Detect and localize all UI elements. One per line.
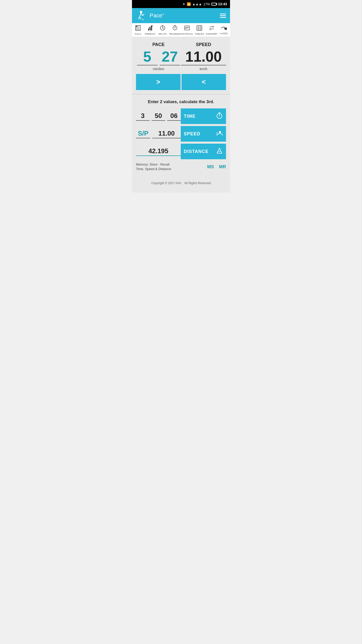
nav-item-tables[interactable]: TABLES	[193, 25, 206, 35]
svg-rect-19	[136, 29, 137, 30]
nav-item-training[interactable]: TRAINING	[169, 25, 181, 35]
pace-speed-header: PACE SPEED	[136, 42, 226, 47]
svg-rect-37	[197, 25, 202, 30]
laces-icon	[221, 26, 227, 31]
calc-speed: 11.00	[152, 130, 181, 138]
svg-line-30	[163, 28, 164, 28]
svg-text:+: +	[142, 18, 144, 21]
speed-value: 11.00	[185, 48, 222, 65]
pace-minutes-block: 5	[137, 49, 158, 65]
pace-minutes: 5	[143, 48, 151, 65]
memory-buttons: MS MR	[207, 164, 226, 170]
to-pace-button[interactable]: <	[182, 74, 226, 90]
time-minutes-block: 50	[152, 112, 165, 121]
convert-icon	[209, 25, 214, 32]
status-time: 13:43	[218, 2, 227, 6]
time-row: 3 50 06 TIME	[136, 108, 226, 124]
pace-label: PACE	[136, 42, 181, 47]
svg-rect-12	[137, 27, 138, 28]
app-header-left: + Pace+	[136, 10, 164, 21]
battery-icon	[211, 3, 216, 6]
calc-distance: 42.195	[136, 147, 181, 156]
nav-label-laces: LACES	[220, 32, 228, 35]
svg-point-47	[219, 131, 221, 133]
conversion-buttons: > <	[136, 74, 226, 90]
speed-button-label: SPEED	[184, 131, 200, 137]
speed-button-icon	[216, 130, 223, 138]
svg-rect-20	[137, 29, 138, 30]
time-button-label: TIME	[184, 114, 196, 119]
svg-rect-10	[139, 26, 140, 26]
distance-button[interactable]: DISTANCE	[181, 144, 226, 159]
calc-speed-block: 11.00	[152, 130, 181, 138]
predict-icon	[148, 25, 153, 32]
calc-distance-block: 42.195	[136, 147, 181, 156]
main-content: PACE SPEED 5 27 11.00 min/km km/h > <	[132, 37, 230, 192]
distance-input-area: 42.195	[136, 147, 181, 156]
nav-label-physical: PHYSICAL	[181, 33, 193, 35]
nav-bar: CALC PREDICT SPLITS	[132, 23, 230, 37]
nav-item-laces[interactable]: LACES	[218, 26, 230, 35]
nav-label-calc: CALC	[135, 33, 141, 35]
nav-item-convert[interactable]: CONVERT	[206, 25, 218, 35]
app-logo-icon: +	[136, 10, 147, 21]
nav-label-tables: TABLES	[195, 33, 204, 35]
speed-input-area: S/P 11.00	[136, 130, 181, 138]
speed-col: 11.00	[181, 49, 226, 65]
svg-rect-11	[136, 27, 137, 28]
copyright-text: Copyright © 2017 AvH.	[151, 181, 182, 185]
calc-section: Enter 2 values, calculate the 3rd. 3 50 …	[132, 94, 230, 176]
svg-rect-17	[138, 28, 139, 29]
nav-label-predict: PREDICT	[145, 33, 156, 35]
svg-rect-16	[137, 28, 138, 29]
svg-rect-25	[151, 26, 152, 30]
speed-button[interactable]: SPEED	[181, 126, 226, 142]
mr-button[interactable]: MR	[219, 164, 226, 170]
svg-rect-15	[136, 28, 137, 29]
nav-item-physical[interactable]: PHYSICAL	[181, 25, 193, 35]
nav-item-splits[interactable]: SPLITS	[157, 25, 169, 35]
wifi-icon: 📶	[187, 2, 191, 6]
memory-text: Memory: Store - Recall Time, Speed & Dis…	[136, 162, 171, 171]
svg-rect-23	[148, 29, 149, 30]
sp-prefix-block: S/P	[136, 130, 150, 138]
pace-seconds-block: 27	[160, 49, 180, 65]
distance-button-label: DISTANCE	[184, 149, 209, 154]
speed-unit: km/h	[181, 67, 226, 71]
distance-button-icon	[216, 147, 223, 156]
svg-point-0	[140, 11, 142, 13]
svg-rect-14	[139, 27, 140, 28]
pace-unit: min/km	[136, 67, 181, 71]
time-seconds: 06	[167, 112, 181, 121]
svg-rect-8	[136, 26, 138, 27]
battery-percent: 17%	[203, 2, 210, 6]
speed-row: S/P 11.00 SPEED	[136, 126, 226, 142]
physical-icon	[184, 25, 190, 32]
nav-item-predict[interactable]: PREDICT	[144, 25, 157, 35]
status-bar: ✦ 📶 ▲▲▲ 17% 13:43	[132, 0, 230, 8]
pace-seconds: 27	[162, 48, 178, 65]
svg-rect-24	[150, 27, 151, 30]
to-speed-button[interactable]: >	[136, 74, 180, 90]
time-button[interactable]: TIME	[181, 108, 226, 124]
time-hours: 3	[136, 112, 150, 121]
time-button-icon	[216, 112, 223, 120]
time-input-area: 3 50 06	[136, 112, 181, 121]
svg-marker-26	[151, 25, 153, 27]
nav-label-training: TRAINING	[169, 33, 181, 35]
ms-button[interactable]: MS	[207, 164, 214, 170]
svg-rect-22	[139, 29, 140, 30]
memory-label-line1: Memory: Store - Recall	[136, 163, 169, 166]
bluetooth-icon: ✦	[183, 2, 185, 6]
footer: Copyright © 2017 AvH. All Rights Reserve…	[132, 176, 230, 192]
pace-speed-units: min/km km/h	[136, 67, 226, 71]
svg-line-2	[141, 13, 143, 16]
nav-label-splits: SPLITS	[158, 33, 167, 35]
menu-button[interactable]	[220, 14, 226, 18]
svg-rect-13	[138, 27, 139, 28]
signal-icon: ▲▲▲	[192, 2, 202, 6]
nav-item-calc[interactable]: CALC	[132, 25, 144, 35]
svg-rect-9	[138, 26, 139, 26]
svg-rect-18	[139, 28, 140, 29]
pace-values-row: 5 27 11.00	[136, 49, 226, 65]
